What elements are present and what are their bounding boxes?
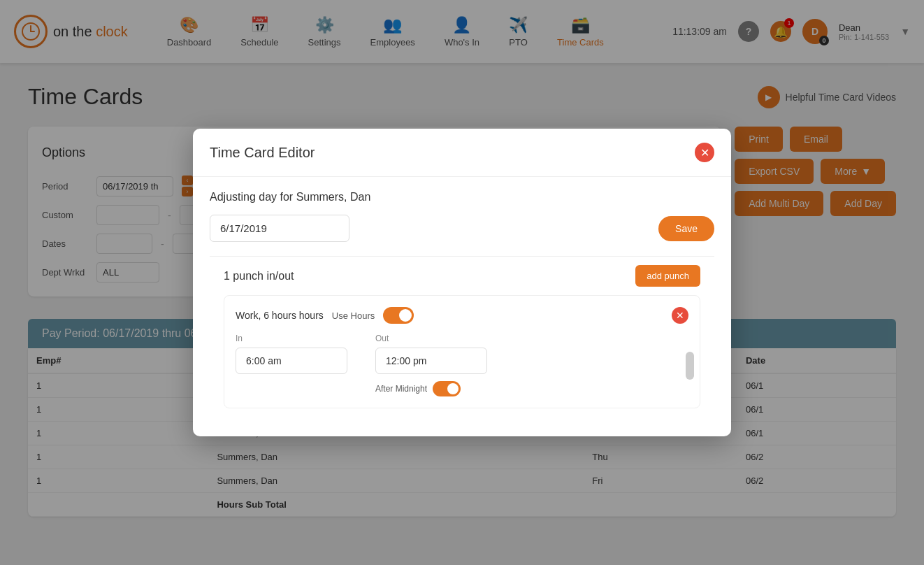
add-punch-button[interactable]: add punch [635,265,700,287]
punch-work-label: Work, 6 hours hours [236,310,324,321]
punch-work-row: Work, 6 hours hours Use Hours ✕ [236,307,688,324]
use-hours-label: Use Hours [332,310,375,321]
after-midnight-label: After Midnight [375,384,427,394]
punch-detail: Work, 6 hours hours Use Hours ✕ In Out A… [224,295,700,408]
punch-out-col: Out After Midnight [375,334,487,396]
time-card-editor-modal: Time Card Editor ✕ Adjusting day for Sum… [193,129,731,436]
scroll-handle[interactable] [686,352,694,380]
modal-date-input[interactable] [210,215,349,242]
modal-title: Time Card Editor [210,145,315,161]
after-midnight-row: After Midnight [375,381,487,396]
after-midnight-toggle[interactable] [433,381,461,396]
modal-save-button[interactable]: Save [658,216,714,241]
modal-header: Time Card Editor ✕ [193,129,731,177]
modal-subtitle: Adjusting day for Summers, Dan [210,191,714,203]
punch-remove-button[interactable]: ✕ [672,307,688,324]
punch-time-row: In Out After Midnight [236,334,688,396]
punch-in-col: In [236,334,347,374]
modal-date-row: Save [210,215,714,242]
modal-close-button[interactable]: ✕ [695,143,714,162]
punch-count: 1 punch in/out [224,270,294,282]
punch-out-input[interactable] [375,348,487,374]
use-hours-toggle[interactable] [383,307,414,324]
punch-header: 1 punch in/out add punch [210,256,714,295]
in-label: In [236,334,347,343]
out-label: Out [375,334,487,343]
modal-body: Adjusting day for Summers, Dan Save 1 pu… [193,177,731,436]
punch-in-input[interactable] [236,348,347,374]
modal-overlay[interactable]: Time Card Editor ✕ Adjusting day for Sum… [0,0,924,538]
